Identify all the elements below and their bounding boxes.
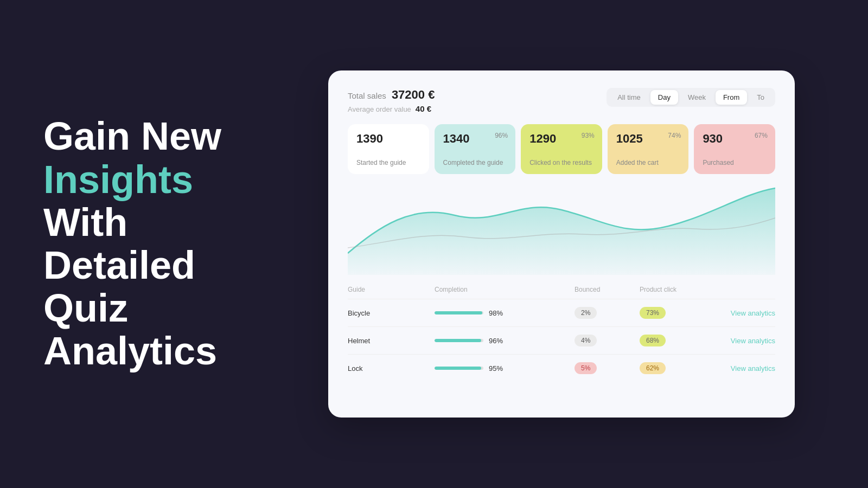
bounced-badge-bicycle: 2% [575, 307, 597, 319]
filter-from[interactable]: From [716, 90, 747, 105]
headline-line6: Analytics [43, 329, 217, 373]
table-row: Helmet 96% 4% 68% View analytics [348, 326, 775, 354]
right-panel: Total sales 37200 € Average order value … [260, 54, 868, 434]
completion-pct-lock: 95% [489, 364, 503, 373]
completion-pct-helmet: 96% [489, 337, 503, 345]
stat-percent-cart: 74% [668, 132, 681, 139]
product-click-badge-lock: 62% [640, 362, 666, 374]
stat-number-completed: 1340 [443, 132, 470, 145]
col-guide: Guide [348, 286, 435, 293]
completion-bicycle: 98% [435, 309, 575, 317]
stat-percent-completed: 96% [495, 132, 508, 139]
view-analytics-lock[interactable]: View analytics [705, 364, 775, 373]
guide-name-helmet: Helmet [348, 337, 435, 345]
stat-cards: 1390 Started the guide 1340 96% Complete… [348, 124, 775, 174]
completion-bar-lock [435, 367, 483, 370]
stat-percent-clicked: 93% [582, 132, 595, 139]
filter-to[interactable]: To [749, 90, 772, 105]
stat-card-completed: 1340 96% Completed the guide [435, 124, 516, 174]
title-block: Total sales 37200 € Average order value … [348, 88, 435, 113]
stat-number-clicked: 1290 [529, 132, 556, 145]
filter-day[interactable]: Day [650, 90, 678, 105]
stat-card-purchased: 930 67% Purchased [694, 124, 775, 174]
bounced-badge-lock: 5% [575, 362, 597, 374]
col-completion: Completion [435, 286, 575, 293]
col-actions [705, 286, 775, 293]
analytics-table: Guide Completion Bounced Product click B… [348, 286, 775, 382]
product-click-badge-helmet: 68% [640, 335, 666, 346]
chart-area [348, 183, 775, 275]
stat-desc-started: Started the guide [356, 159, 420, 166]
stat-desc-completed: Completed the guide [443, 159, 507, 166]
table-header: Guide Completion Bounced Product click [348, 286, 775, 299]
stat-card-clicked: 1290 93% Clicked on the results [521, 124, 602, 174]
bounced-badge-helmet: 4% [575, 335, 597, 346]
completion-helmet: 96% [435, 337, 575, 345]
time-filters: All time Day Week From To [607, 88, 775, 107]
headline-line4: Detailed [43, 243, 195, 287]
headline-line1: Gain New [43, 114, 221, 158]
product-click-badge-bicycle: 73% [640, 307, 666, 319]
stat-desc-cart: Added the cart [616, 159, 680, 166]
table-row: Bicycle 98% 2% 73% View analytics [348, 299, 775, 326]
headline-accent: Insights [43, 158, 193, 201]
table-row: Lock 95% 5% 62% View analytics [348, 354, 775, 382]
product-click-bicycle: 73% [640, 307, 705, 319]
stat-card-cart: 1025 74% Added the cart [608, 124, 689, 174]
completion-bar-helmet [435, 339, 483, 342]
filter-alltime[interactable]: All time [610, 90, 648, 105]
completion-fill-bicycle [435, 311, 482, 314]
bounced-helmet: 4% [575, 335, 640, 346]
avg-order-row: Average order value 40 € [348, 104, 435, 113]
headline: Gain New Insights With Detailed Quiz Ana… [43, 115, 228, 373]
headline-line3: With [43, 201, 127, 244]
total-sales-value: 37200 € [392, 88, 435, 102]
stat-percent-purchased: 67% [755, 132, 768, 139]
avg-order-value: 40 € [416, 104, 431, 113]
completion-bar-bicycle [435, 311, 483, 314]
dash-header: Total sales 37200 € Average order value … [348, 88, 775, 113]
stat-card-started: 1390 Started the guide [348, 124, 429, 174]
view-analytics-bicycle[interactable]: View analytics [705, 309, 775, 317]
filter-week[interactable]: Week [680, 90, 713, 105]
product-click-lock: 62% [640, 362, 705, 374]
stat-desc-clicked: Clicked on the results [529, 159, 593, 166]
headline-line5: Quiz [43, 286, 128, 330]
total-sales-row: Total sales 37200 € [348, 88, 435, 102]
left-panel: Gain New Insights With Detailed Quiz Ana… [0, 82, 260, 405]
stat-number-purchased: 930 [703, 132, 723, 145]
stat-desc-purchased: Purchased [703, 159, 767, 166]
view-analytics-helmet[interactable]: View analytics [705, 337, 775, 345]
bounced-lock: 5% [575, 362, 640, 374]
dashboard-card: Total sales 37200 € Average order value … [328, 70, 795, 418]
completion-pct-bicycle: 98% [489, 309, 503, 317]
stat-number-cart: 1025 [616, 132, 643, 145]
completion-fill-lock [435, 367, 481, 370]
total-sales-label: Total sales [348, 91, 386, 100]
completion-lock: 95% [435, 364, 575, 373]
guide-name-bicycle: Bicycle [348, 309, 435, 317]
completion-fill-helmet [435, 339, 481, 342]
stat-number-started: 1390 [356, 132, 383, 145]
bounced-bicycle: 2% [575, 307, 640, 319]
product-click-helmet: 68% [640, 335, 705, 346]
guide-name-lock: Lock [348, 364, 435, 373]
col-bounced: Bounced [575, 286, 640, 293]
col-product-click: Product click [640, 286, 705, 293]
avg-order-label: Average order value [348, 105, 411, 113]
